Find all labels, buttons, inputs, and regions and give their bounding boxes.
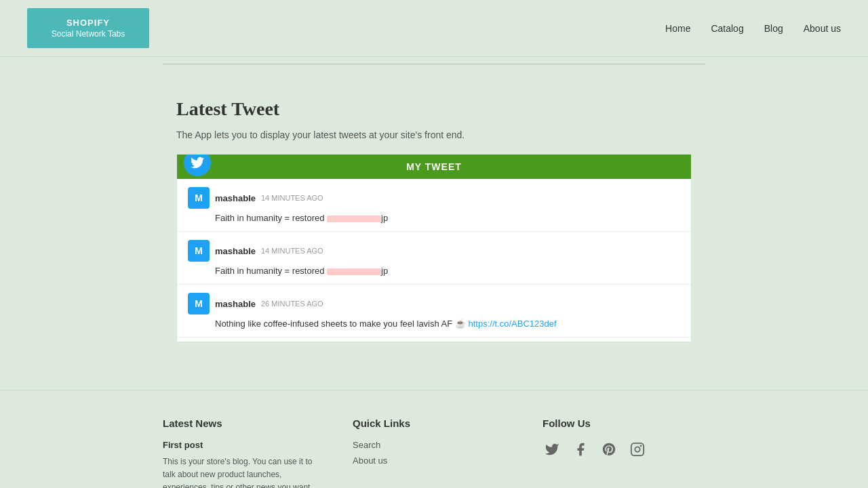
footer-link-about[interactable]: About us bbox=[353, 455, 515, 466]
tweet-meta: M mashable 26 MINUTES AGO bbox=[188, 293, 680, 314]
tweet-text: Nothing like coffee-infused sheets to ma… bbox=[188, 319, 680, 329]
header-divider bbox=[163, 64, 705, 64]
footer-news-heading: Latest News bbox=[163, 418, 326, 429]
main-nav: Home Catalog Blog About us bbox=[665, 23, 841, 34]
tweet-widget: MY TWEET M mashable 14 MINUTES AGO Faith… bbox=[176, 154, 692, 342]
tweet-text: Faith in humanity = restored jp bbox=[188, 266, 680, 276]
tweet-avatar: M bbox=[188, 293, 210, 314]
tweet-meta: M mashable 14 MINUTES AGO bbox=[188, 240, 680, 262]
footer-links-heading: Quick Links bbox=[353, 418, 515, 429]
svg-point-2 bbox=[635, 447, 639, 451]
tweet-username: mashable bbox=[215, 299, 256, 309]
tweet-time: 14 MINUTES AGO bbox=[261, 194, 323, 202]
tweet-username: mashable bbox=[215, 193, 256, 203]
nav-about[interactable]: About us bbox=[804, 23, 841, 34]
twitter-icon[interactable] bbox=[542, 440, 561, 459]
tweet-avatar: M bbox=[188, 187, 210, 209]
site-header: SHOPIFY Social Network Tabs Home Catalog… bbox=[0, 0, 868, 57]
social-icons bbox=[542, 440, 705, 459]
nav-home[interactable]: Home bbox=[665, 23, 690, 34]
svg-point-3 bbox=[640, 445, 642, 447]
pinterest-icon[interactable] bbox=[599, 440, 618, 459]
nav-blog[interactable]: Blog bbox=[764, 23, 783, 34]
tweet-text: Faith in humanity = restored jp bbox=[188, 213, 680, 223]
logo[interactable]: SHOPIFY Social Network Tabs bbox=[27, 8, 149, 48]
footer-post-title: First post bbox=[163, 440, 326, 450]
tweet-time: 26 MINUTES AGO bbox=[261, 300, 323, 308]
logo-title: SHOPIFY bbox=[43, 18, 133, 28]
tweet-avatar: M bbox=[188, 240, 210, 262]
main-content: Latest Tweet The App lets you to display… bbox=[163, 78, 705, 363]
tweet-item: M mashable 14 MINUTES AGO Faith in human… bbox=[177, 179, 691, 232]
tweet-list[interactable]: M mashable 14 MINUTES AGO Faith in human… bbox=[177, 179, 691, 342]
instagram-icon[interactable] bbox=[628, 440, 647, 459]
footer-post-text: This is your store's blog. You can use i… bbox=[163, 455, 326, 488]
site-footer: Latest News First post This is your stor… bbox=[0, 390, 868, 488]
footer-follow-us: Follow Us bbox=[542, 418, 705, 488]
tweet-meta: M mashable 14 MINUTES AGO bbox=[188, 187, 680, 209]
svg-rect-1 bbox=[631, 443, 644, 455]
tweet-time: 14 MINUTES AGO bbox=[261, 247, 323, 255]
tweet-item: M mashable 26 MINUTES AGO bbox=[177, 338, 691, 342]
logo-subtitle: Social Network Tabs bbox=[43, 29, 133, 39]
footer-quick-links: Quick Links Search About us bbox=[353, 418, 515, 488]
nav-catalog[interactable]: Catalog bbox=[711, 23, 743, 34]
footer-link-search[interactable]: Search bbox=[353, 440, 515, 450]
twitter-bird-icon bbox=[184, 154, 211, 176]
tweet-username: mashable bbox=[215, 246, 256, 256]
footer-grid: Latest News First post This is your stor… bbox=[163, 418, 705, 488]
facebook-icon[interactable] bbox=[571, 440, 590, 459]
page-title: Latest Tweet bbox=[176, 98, 692, 120]
tweet-item: M mashable 14 MINUTES AGO Faith in human… bbox=[177, 232, 691, 285]
page-description: The App lets you to display your latest … bbox=[176, 129, 692, 140]
footer-latest-news: Latest News First post This is your stor… bbox=[163, 418, 326, 488]
tweet-header-label: MY TWEET bbox=[406, 161, 462, 172]
tweet-header: MY TWEET bbox=[177, 155, 691, 179]
tweet-item: M mashable 26 MINUTES AGO Nothing like c… bbox=[177, 285, 691, 338]
tweet-link[interactable]: https://t.co/ABC123def bbox=[468, 319, 556, 329]
footer-links-list: Search About us bbox=[353, 440, 515, 466]
footer-follow-heading: Follow Us bbox=[542, 418, 705, 429]
